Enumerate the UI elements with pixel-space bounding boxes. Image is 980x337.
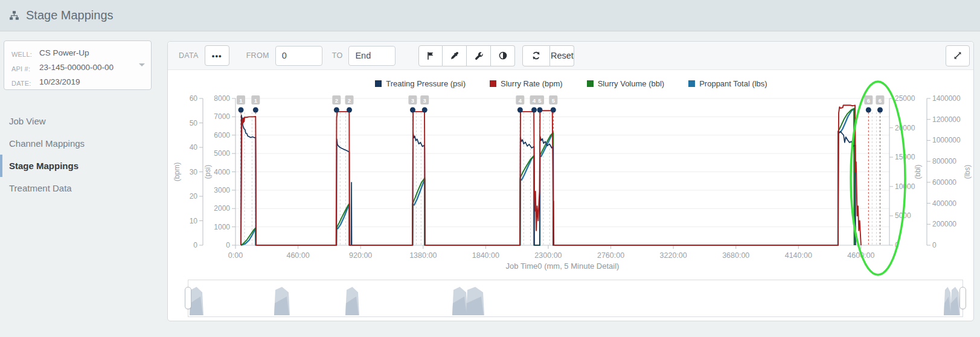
legend-swatch	[688, 80, 695, 87]
legend-item[interactable]: Treating Pressure (psi)	[375, 78, 466, 89]
svg-text:3: 3	[423, 97, 426, 104]
stage-markers: 112233445566	[237, 95, 884, 113]
svg-text:0: 0	[193, 241, 197, 249]
stage-marker-dot[interactable]	[422, 108, 428, 113]
chart-panel: DATA ••• FROM TO	[167, 41, 974, 321]
refresh-button[interactable]	[522, 45, 550, 66]
sidebar-item-stage-mappings[interactable]: Stage Mappings	[0, 155, 152, 177]
contrast-icon	[498, 51, 508, 60]
date-row: DATE: 10/23/2019	[11, 75, 144, 90]
stage-marker-dot[interactable]	[551, 108, 556, 113]
date-value: 10/23/2019	[39, 75, 80, 90]
stage-marker-dot[interactable]	[334, 108, 339, 113]
axis-x: 0:00460:00920:001380:001840:002300:00276…	[228, 245, 889, 271]
svg-text:3680:00: 3680:00	[722, 251, 749, 260]
chart-legend: Treating Pressure (psi)Slurry Rate (bpm)…	[170, 78, 973, 89]
chart-navigator[interactable]	[188, 280, 963, 317]
svg-text:(psi): (psi)	[203, 165, 212, 179]
svg-text:6000: 6000	[214, 131, 230, 140]
well-info-card[interactable]: WELL: CS Power-Up API #: 23-145-00000-00…	[4, 40, 152, 90]
app-header: Stage Mappings	[0, 0, 980, 31]
wrench-icon	[474, 51, 484, 60]
svg-text:1380:00: 1380:00	[409, 251, 437, 260]
eyedropper-button[interactable]	[443, 45, 467, 66]
svg-text:2300:00: 2300:00	[534, 251, 562, 260]
svg-text:1000: 1000	[214, 223, 230, 231]
to-input[interactable]	[348, 46, 396, 66]
stage-marker-dot[interactable]	[239, 108, 244, 113]
well-value: CS Power-Up	[39, 47, 89, 61]
legend-swatch	[587, 80, 594, 87]
svg-text:7000: 7000	[214, 112, 230, 121]
svg-text:600000: 600000	[932, 178, 956, 187]
svg-text:3: 3	[411, 97, 414, 104]
refresh-reset-group: Reset	[522, 45, 574, 66]
gridlines	[235, 98, 889, 227]
api-label: API #:	[11, 61, 39, 75]
sitemap-icon	[9, 10, 19, 21]
legend-item[interactable]: Proppant Total (lbs)	[688, 78, 767, 89]
sidebar-item-job-view[interactable]: Job View	[0, 110, 152, 132]
sidebar-item-channel-mappings[interactable]: Channel Mappings	[0, 132, 152, 155]
stage-marker-dot[interactable]	[531, 108, 537, 113]
svg-text:6: 6	[879, 97, 882, 104]
svg-text:1: 1	[254, 97, 258, 104]
stage-marker-dot[interactable]	[253, 108, 258, 113]
svg-text:4: 4	[519, 97, 522, 104]
contrast-button[interactable]	[491, 45, 515, 66]
reset-button[interactable]: Reset	[550, 45, 574, 66]
from-label: FROM	[246, 51, 269, 60]
expand-arrows-icon	[953, 51, 962, 60]
axis-psi: 010002000300040005000600070008000(psi)	[203, 94, 235, 249]
stage-marker-dot[interactable]	[866, 108, 871, 113]
svg-text:2000: 2000	[214, 204, 230, 213]
series-slurry-volume-bbl-	[242, 109, 855, 246]
to-label: TO	[332, 51, 343, 60]
navigator-canvas	[188, 280, 962, 316]
svg-text:25000: 25000	[895, 94, 915, 103]
svg-text:800000: 800000	[932, 157, 956, 165]
svg-text:4000: 4000	[214, 168, 230, 176]
ellipsis-icon: •••	[212, 51, 222, 60]
svg-text:3000: 3000	[214, 186, 230, 194]
from-input[interactable]	[275, 46, 322, 66]
flag-icon	[426, 51, 435, 60]
legend-label: Slurry Volume (bbl)	[598, 79, 665, 88]
wrench-button[interactable]	[467, 45, 491, 66]
legend-item[interactable]: Slurry Volume (bbl)	[587, 78, 665, 89]
stage-marker-dot[interactable]	[347, 108, 352, 113]
svg-text:(bbl): (bbl)	[914, 164, 922, 179]
legend-item[interactable]: Slurry Rate (bpm)	[490, 78, 563, 89]
svg-text:0:00: 0:00	[228, 251, 243, 260]
x-axis-title: Job Time0 (mm, 5 Minute Detail)	[506, 262, 620, 271]
svg-text:5: 5	[552, 97, 556, 104]
stage-marker-dot[interactable]	[877, 108, 883, 113]
chart-canvas[interactable]: 0102030405060(bpm)0100020003000400050006…	[170, 73, 973, 278]
svg-text:40: 40	[190, 143, 198, 152]
svg-text:3220:00: 3220:00	[660, 251, 687, 260]
page-title: Stage Mappings	[26, 8, 114, 22]
svg-text:460:00: 460:00	[286, 251, 309, 260]
flag-button[interactable]	[418, 45, 443, 66]
svg-text:20: 20	[190, 192, 198, 201]
page: Stage Mappings WELL: CS Power-Up API #: …	[0, 0, 980, 337]
stage-marker-dot[interactable]	[517, 108, 523, 113]
legend-label: Treating Pressure (psi)	[386, 79, 466, 88]
axis-lbs: 0200000400000600000800000100000012000001…	[927, 94, 972, 249]
stage-marker-dot[interactable]	[410, 108, 415, 113]
navigator-left-handle[interactable]	[185, 287, 191, 309]
data-menu-button[interactable]: •••	[205, 45, 229, 66]
sidebar-item-treatment-data[interactable]: Treatment Data	[0, 177, 152, 199]
axis-bpm: 0102030405060(bpm)	[173, 94, 203, 249]
navigator-right-handle[interactable]	[959, 287, 966, 309]
api-row: API #: 23-145-00000-00-00	[11, 61, 144, 75]
stage-marker-dot[interactable]	[537, 108, 542, 113]
svg-text:0: 0	[932, 241, 937, 249]
svg-text:2: 2	[348, 97, 351, 104]
svg-text:4: 4	[533, 97, 536, 104]
svg-text:2760:00: 2760:00	[597, 251, 624, 260]
expand-button[interactable]	[946, 45, 970, 66]
chevron-down-icon[interactable]	[139, 63, 145, 69]
svg-text:5000: 5000	[214, 149, 230, 158]
svg-text:1: 1	[239, 97, 243, 104]
